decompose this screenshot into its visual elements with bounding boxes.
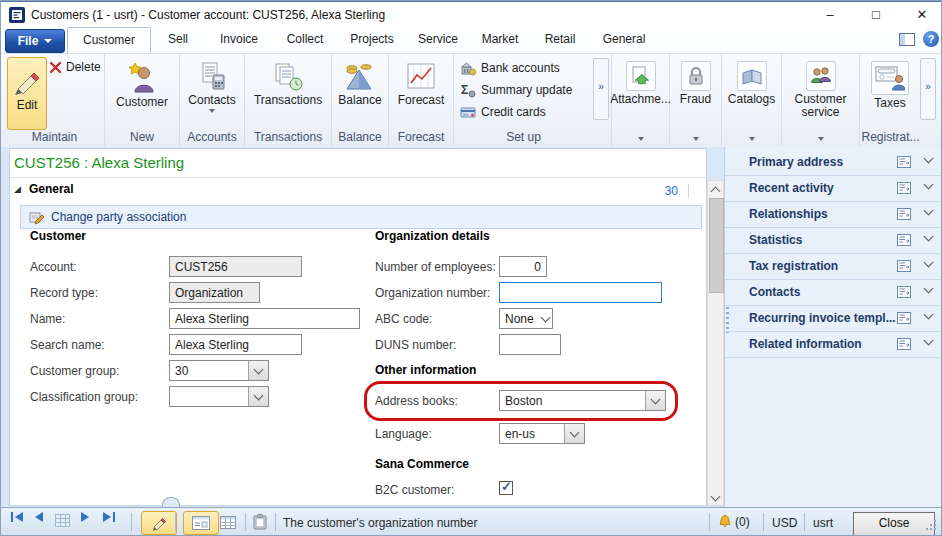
chevron-down-icon[interactable] bbox=[924, 284, 934, 294]
clipboard-icon[interactable] bbox=[253, 514, 267, 530]
open-factbox-icon[interactable] bbox=[897, 156, 911, 168]
scroll-down-button[interactable] bbox=[708, 489, 723, 505]
fraud-dropdown[interactable] bbox=[670, 130, 721, 144]
abc-code-label: ABC code: bbox=[375, 312, 432, 326]
credit-cards-button[interactable]: Credit cards bbox=[460, 104, 546, 120]
grid-view-records-icon[interactable] bbox=[55, 514, 70, 527]
employees-label: Number of employees: bbox=[375, 260, 496, 274]
transactions-button[interactable]: Transactions bbox=[248, 57, 328, 130]
tab-collect[interactable]: Collect bbox=[273, 27, 337, 52]
customer-service-dropdown[interactable] bbox=[782, 130, 859, 144]
fasttab-general[interactable]: ◢ General bbox=[14, 182, 74, 196]
chevron-down-icon[interactable] bbox=[924, 310, 934, 320]
factbox-statistics[interactable]: Statistics bbox=[725, 227, 942, 254]
change-party-association-button[interactable]: Change party association bbox=[20, 205, 702, 229]
resize-grip[interactable] bbox=[934, 528, 936, 530]
chevron-down-icon[interactable] bbox=[924, 232, 934, 242]
combo-dropdown-button[interactable] bbox=[564, 424, 584, 443]
tab-service[interactable]: Service bbox=[407, 27, 469, 52]
layout-icon[interactable] bbox=[899, 33, 915, 46]
factbox-related-information[interactable]: Related information bbox=[725, 331, 942, 358]
open-factbox-icon[interactable] bbox=[897, 208, 911, 220]
title-bar: Customers (1 - usrt) - Customer account:… bbox=[1, 1, 941, 28]
catalogs-button[interactable]: Catalogs bbox=[724, 56, 779, 131]
edit-mode-toggle[interactable] bbox=[141, 511, 177, 535]
grid-view-button[interactable] bbox=[211, 511, 245, 533]
language-combo[interactable]: en-us bbox=[499, 423, 585, 444]
chevron-down-icon[interactable] bbox=[924, 206, 934, 216]
open-factbox-icon[interactable] bbox=[897, 182, 911, 194]
close-form-button[interactable]: Close bbox=[853, 512, 935, 536]
account-field[interactable]: CUST256 bbox=[169, 256, 302, 277]
setup-overflow-button[interactable]: » bbox=[593, 58, 609, 120]
factbox-relationships[interactable]: Relationships bbox=[725, 201, 942, 228]
organization-number-field[interactable] bbox=[499, 282, 662, 303]
open-factbox-icon[interactable] bbox=[897, 234, 911, 246]
factbox-tax-registration[interactable]: Tax registration bbox=[725, 253, 942, 280]
next-record-button[interactable] bbox=[81, 512, 89, 522]
combo-dropdown-button[interactable] bbox=[248, 361, 268, 380]
balance-button[interactable]: Balance bbox=[333, 57, 387, 130]
maximize-button[interactable]: □ bbox=[859, 4, 893, 26]
registration-overflow-button[interactable]: » bbox=[920, 58, 936, 120]
duns-number-field[interactable] bbox=[499, 334, 561, 355]
customer-service-button[interactable]: Customer service bbox=[786, 56, 855, 131]
summary-update-button[interactable]: Σ Summary update bbox=[460, 82, 572, 98]
help-icon[interactable]: ? bbox=[923, 31, 939, 47]
customer-group-combo[interactable]: 30 bbox=[169, 360, 269, 381]
record-type-field[interactable]: Organization bbox=[169, 282, 260, 303]
open-factbox-icon[interactable] bbox=[897, 312, 911, 324]
factbox-contacts[interactable]: Contacts bbox=[725, 279, 942, 306]
chevron-down-icon[interactable] bbox=[924, 258, 934, 268]
first-record-button[interactable] bbox=[11, 512, 23, 522]
factbox-recurring-invoice-template[interactable]: Recurring invoice templ... bbox=[725, 305, 942, 332]
tab-projects[interactable]: Projects bbox=[337, 27, 407, 52]
chevron-down-icon[interactable] bbox=[924, 336, 934, 346]
employees-field[interactable]: 0 bbox=[499, 256, 547, 277]
tab-market[interactable]: Market bbox=[469, 27, 531, 52]
close-window-button[interactable]: ✕ bbox=[905, 4, 939, 26]
attachments-dropdown[interactable] bbox=[612, 130, 669, 144]
catalogs-dropdown[interactable] bbox=[722, 130, 781, 144]
name-field[interactable]: Alexa Sterling bbox=[169, 308, 360, 329]
previous-record-button[interactable] bbox=[35, 512, 43, 522]
open-factbox-icon[interactable] bbox=[897, 260, 911, 272]
chevron-down-icon bbox=[693, 137, 699, 141]
factbox-recent-activity[interactable]: Recent activity bbox=[725, 175, 942, 202]
scrollbar-thumb[interactable] bbox=[709, 198, 724, 293]
taxes-button[interactable]: Taxes bbox=[862, 56, 918, 131]
customer-button[interactable]: Customer bbox=[109, 57, 175, 130]
fraud-button[interactable]: Fraud bbox=[672, 56, 719, 131]
open-factbox-icon[interactable] bbox=[897, 338, 911, 350]
vertical-scrollbar[interactable] bbox=[707, 180, 724, 506]
tab-customer[interactable]: Customer bbox=[67, 27, 151, 53]
ribbon-group-customer-service: Customer service bbox=[782, 54, 860, 146]
tab-retail[interactable]: Retail bbox=[531, 27, 589, 52]
factbox-primary-address[interactable]: Primary address bbox=[725, 149, 942, 176]
bank-accounts-button[interactable]: Bank accounts bbox=[460, 60, 560, 76]
combo-dropdown-button[interactable] bbox=[248, 387, 268, 406]
combo-dropdown-button[interactable] bbox=[645, 391, 665, 410]
minimize-button[interactable]: – bbox=[813, 4, 847, 26]
delete-button[interactable]: Delete bbox=[49, 60, 101, 74]
b2c-checkbox[interactable] bbox=[499, 481, 513, 495]
attachments-button[interactable]: Attachme... bbox=[614, 56, 667, 131]
notifications-indicator[interactable]: (0) bbox=[717, 514, 750, 530]
tab-sell[interactable]: Sell bbox=[151, 27, 205, 52]
abc-code-combo[interactable]: None bbox=[499, 308, 553, 329]
chevron-down-icon[interactable] bbox=[924, 180, 934, 190]
file-menu-button[interactable]: File bbox=[5, 29, 65, 53]
combo-dropdown-button[interactable] bbox=[539, 309, 552, 328]
last-record-button[interactable] bbox=[103, 512, 115, 522]
search-name-field[interactable]: Alexa Sterling bbox=[169, 334, 302, 355]
contacts-button[interactable]: Contacts bbox=[182, 57, 242, 130]
tab-general[interactable]: General bbox=[589, 27, 659, 52]
forecast-button[interactable]: Forecast bbox=[391, 57, 451, 130]
classification-group-combo[interactable] bbox=[169, 386, 269, 407]
scroll-up-button[interactable] bbox=[708, 181, 723, 197]
open-factbox-icon[interactable] bbox=[897, 286, 911, 298]
tab-invoice[interactable]: Invoice bbox=[205, 27, 273, 52]
address-books-combo[interactable]: Boston bbox=[499, 390, 666, 411]
edit-button[interactable]: Edit bbox=[7, 57, 47, 130]
chevron-down-icon[interactable] bbox=[924, 154, 934, 164]
